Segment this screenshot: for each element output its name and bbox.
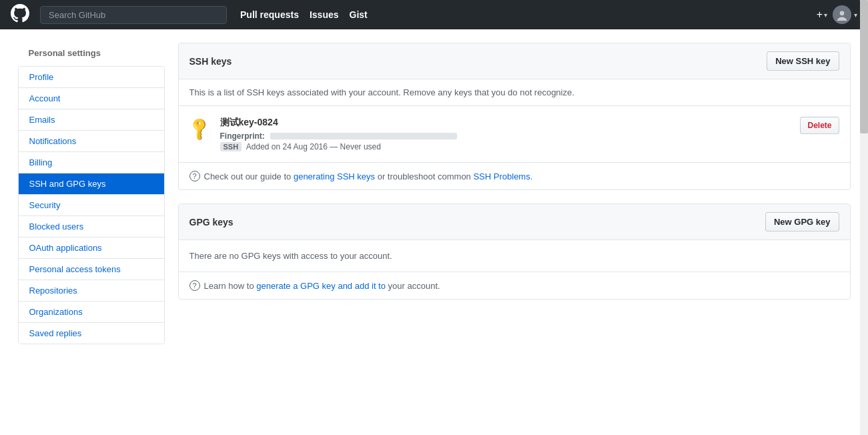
gpg-help-icon: ? (189, 280, 200, 291)
sidebar-item-blocked-users[interactable]: Blocked users (19, 216, 164, 238)
sidebar-item-billing[interactable]: Billing (19, 152, 164, 173)
sidebar-link-ssh-gpg[interactable]: SSH and GPG keys (19, 173, 164, 195)
avatar (833, 5, 851, 24)
pull-requests-link[interactable]: Pull requests (240, 9, 299, 20)
gpg-section-header: GPG keys New GPG key (179, 204, 850, 240)
plus-caret: ▾ (824, 11, 827, 19)
ssh-badge: SSH (220, 142, 242, 151)
sidebar-link-emails[interactable]: Emails (19, 109, 164, 131)
main-content: SSH keys New SSH key This is a list of S… (178, 43, 851, 344)
issues-link[interactable]: Issues (310, 9, 339, 20)
user-menu-button[interactable]: ▾ (833, 5, 857, 24)
gist-link[interactable]: Gist (350, 9, 368, 20)
gpg-key-guide-link[interactable]: generate a GPG key and add it to (256, 281, 386, 291)
fingerprint-value (270, 133, 457, 139)
gpg-help-text: Learn how to generate a GPG key and add … (204, 281, 440, 291)
new-gpg-key-button[interactable]: New GPG key (765, 212, 839, 232)
key-added-date: Added on 24 Aug 2016 — Never used (246, 142, 381, 151)
key-actions: Delete (800, 117, 839, 134)
scrollbar-track[interactable] (860, 0, 868, 358)
sidebar-item-account[interactable]: Account (19, 88, 164, 109)
header-nav: Pull requests Issues Gist (240, 9, 368, 20)
key-details: 测试key-0824 Fingerprint: SSH Added on 24 … (220, 117, 790, 151)
ssh-section-info: This is a list of SSH keys associated wi… (179, 79, 850, 106)
header: Pull requests Issues Gist + ▾ ▾ (0, 0, 868, 29)
sidebar: Personal settings Profile Account Emails… (18, 43, 165, 344)
sidebar-title: Personal settings (18, 43, 165, 63)
sidebar-item-profile[interactable]: Profile (19, 67, 164, 88)
page-container: Personal settings Profile Account Emails… (7, 29, 861, 358)
sidebar-link-saved-replies[interactable]: Saved replies (19, 323, 164, 344)
sidebar-link-tokens[interactable]: Personal access tokens (19, 259, 164, 280)
user-caret-icon: ▾ (854, 11, 857, 19)
search-input[interactable] (40, 6, 227, 24)
sidebar-link-billing[interactable]: Billing (19, 152, 164, 173)
generating-ssh-keys-link[interactable]: generating SSH keys (294, 171, 375, 181)
ssh-help-text: Check out our guide to generating SSH ke… (204, 171, 533, 181)
key-name: 测试key-0824 (220, 117, 790, 129)
new-item-button[interactable]: + ▾ (817, 9, 827, 21)
sidebar-item-notifications[interactable]: Notifications (19, 131, 164, 152)
sidebar-link-security[interactable]: Security (19, 195, 164, 216)
ssh-help: ? Check out our guide to generating SSH … (179, 163, 850, 189)
new-ssh-key-button[interactable]: New SSH key (767, 51, 839, 71)
gpg-keys-section: GPG keys New GPG key There are no GPG ke… (178, 203, 851, 300)
sidebar-item-emails[interactable]: Emails (19, 109, 164, 131)
sidebar-link-oauth[interactable]: OAuth applications (19, 238, 164, 259)
ssh-problems-link[interactable]: SSH Problems (473, 171, 530, 181)
sidebar-item-repos[interactable]: Repositories (19, 280, 164, 302)
sidebar-item-oauth[interactable]: OAuth applications (19, 238, 164, 259)
ssh-key-item: 🔑 测试key-0824 Fingerprint: SSH Added on 2… (179, 106, 850, 163)
sidebar-link-repos[interactable]: Repositories (19, 280, 164, 302)
ssh-info-text: This is a list of SSH keys associated wi… (189, 87, 574, 97)
github-logo-icon[interactable] (11, 4, 29, 25)
gpg-section-title: GPG keys (189, 217, 234, 228)
gpg-empty-text: There are no GPG keys with access to you… (189, 251, 392, 261)
sidebar-link-orgs[interactable]: Organizations (19, 302, 164, 323)
ssh-keys-section: SSH keys New SSH key This is a list of S… (178, 43, 851, 190)
help-icon: ? (189, 171, 200, 181)
scrollbar-thumb[interactable] (860, 0, 868, 133)
sidebar-item-ssh-gpg[interactable]: SSH and GPG keys (19, 173, 164, 195)
gpg-empty-message: There are no GPG keys with access to you… (179, 240, 850, 272)
plus-icon: + (817, 9, 823, 21)
key-meta: SSH Added on 24 Aug 2016 — Never used (220, 142, 790, 151)
header-actions: + ▾ ▾ (817, 5, 857, 24)
sidebar-link-blocked-users[interactable]: Blocked users (19, 216, 164, 238)
search-container (40, 6, 227, 24)
sidebar-nav: Profile Account Emails Notifications Bil… (18, 66, 165, 344)
key-fingerprint: Fingerprint: (220, 131, 790, 141)
sidebar-item-saved-replies[interactable]: Saved replies (19, 323, 164, 344)
sidebar-link-account[interactable]: Account (19, 88, 164, 109)
ssh-section-title: SSH keys (189, 56, 232, 67)
sidebar-item-tokens[interactable]: Personal access tokens (19, 259, 164, 280)
delete-key-button[interactable]: Delete (800, 117, 839, 134)
fingerprint-label: Fingerprint: (220, 131, 265, 141)
gpg-help: ? Learn how to generate a GPG key and ad… (179, 272, 850, 299)
key-icon: 🔑 (185, 115, 213, 142)
sidebar-link-profile[interactable]: Profile (19, 67, 164, 88)
sidebar-item-orgs[interactable]: Organizations (19, 302, 164, 323)
sidebar-item-security[interactable]: Security (19, 195, 164, 216)
sidebar-link-notifications[interactable]: Notifications (19, 131, 164, 152)
ssh-section-header: SSH keys New SSH key (179, 43, 850, 79)
